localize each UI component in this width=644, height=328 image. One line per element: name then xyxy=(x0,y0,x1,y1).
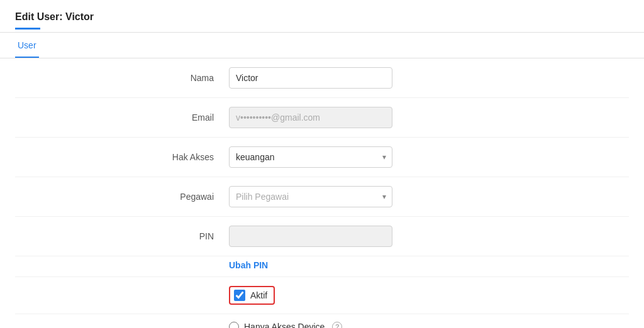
select-wrapper-hak-akses: keuangan admin operator ▾ xyxy=(229,146,392,168)
label-pin: PIN xyxy=(15,231,229,241)
form-row-pin: PIN xyxy=(15,217,629,256)
form-container: Nama Email Hak Akses keuangan admin oper… xyxy=(0,58,644,328)
form-row-pegawai: Pegawai Pilih Pegawai ▾ xyxy=(15,177,629,217)
aktif-checkbox[interactable] xyxy=(234,290,245,301)
select-pegawai[interactable]: Pilih Pegawai xyxy=(229,186,392,207)
label-email: Email xyxy=(15,112,229,123)
help-icon[interactable]: ? xyxy=(332,322,342,328)
form-row-hak-akses: Hak Akses keuangan admin operator ▾ xyxy=(15,138,629,177)
tab-user[interactable]: User xyxy=(15,33,39,58)
form-row-hanya-akses-device: Hanya Akses Device ? xyxy=(15,314,629,328)
page-title: Edit User: Victor xyxy=(15,11,629,23)
aktif-label[interactable]: Aktif xyxy=(250,290,267,300)
hanya-akses-device-radio[interactable] xyxy=(229,322,239,328)
ubah-pin-link[interactable]: Ubah PIN xyxy=(229,260,268,270)
hanya-akses-device-container: Hanya Akses Device ? xyxy=(229,322,342,328)
form-row-aktif: Aktif xyxy=(15,277,629,314)
input-nama[interactable] xyxy=(229,67,392,89)
select-wrapper-pegawai: Pilih Pegawai ▾ xyxy=(229,186,392,207)
hanya-akses-device-label[interactable]: Hanya Akses Device xyxy=(244,322,325,328)
input-email[interactable] xyxy=(229,107,392,128)
form-row-email: Email xyxy=(15,98,629,138)
label-hak-akses: Hak Akses xyxy=(15,152,229,162)
header-accent-bar xyxy=(15,28,40,30)
input-pin xyxy=(229,226,392,247)
form-row-ubah-pin: Ubah PIN xyxy=(15,256,629,277)
form-row-nama: Nama xyxy=(15,58,629,98)
select-hak-akses[interactable]: keuangan admin operator xyxy=(229,146,392,168)
aktif-checkbox-wrapper: Aktif xyxy=(229,286,275,305)
label-pegawai: Pegawai xyxy=(15,192,229,202)
label-nama: Nama xyxy=(15,73,229,83)
tab-bar: User xyxy=(0,33,644,58)
